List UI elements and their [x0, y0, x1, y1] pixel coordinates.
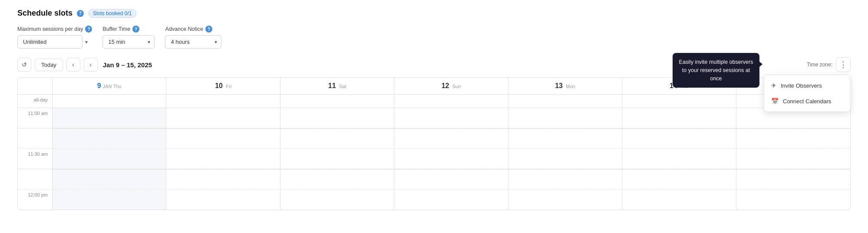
cal-cell-10-1130[interactable] [166, 149, 280, 169]
advance-notice-select[interactable]: 4 hours None 1 hour 2 hours 8 hours 24 h… [165, 35, 221, 49]
cal-header-14: 14 Tue [622, 78, 736, 94]
cal-cell-10-1200[interactable] [166, 190, 280, 210]
cal-cell-9-1100[interactable] [53, 108, 166, 128]
page-container: Schedule slots ? Slots booked 0/1 Maximu… [0, 0, 868, 233]
cal-cell-9-1130[interactable] [53, 149, 166, 169]
day-weekday-11: Sat [339, 84, 347, 89]
max-sessions-select-wrapper: Unlimited 1 2 3 [17, 35, 92, 49]
slots-badge: Slots booked 0/1 [88, 9, 136, 18]
cal-cell-12-1100[interactable] [394, 108, 508, 128]
cal-header-9jan: 9jan Thu [53, 78, 166, 94]
cal-cell-15-1145[interactable] [736, 169, 850, 189]
cal-cell-13-1145[interactable] [508, 169, 622, 189]
time-row-1130: 11:30 am [18, 149, 850, 169]
day-num-9: 9 [97, 82, 101, 90]
cal-header-12: 12 Sun [394, 78, 508, 94]
time-label-1200: 12:00 pm [18, 190, 53, 210]
invite-observers-label: Invite Observers [781, 82, 822, 89]
buffer-time-help-icon[interactable]: ? [132, 26, 139, 33]
cal-cell-14-1200[interactable] [622, 190, 736, 210]
cal-cell-9-1200[interactable] [53, 190, 166, 210]
day-weekday-10: Fri [226, 84, 231, 89]
day-month-9: jan [103, 84, 112, 89]
day-weekday-14: Tue [680, 84, 689, 89]
cal-cell-13-1100[interactable] [508, 108, 622, 128]
day-num-14: 14 [670, 82, 677, 90]
allday-cell-12[interactable] [394, 95, 508, 108]
day-weekday-13: Mon [566, 84, 575, 89]
cal-header-13: 13 Mon [508, 78, 622, 94]
cal-cell-14-1130[interactable] [622, 149, 736, 169]
allday-row: all-day [18, 95, 850, 108]
advance-notice-group: Advance Notice ? 4 hours None 1 hour 2 h… [165, 26, 221, 49]
dropdown-menu: ✈ Invite Observers 📅 Connect Calendars [764, 75, 851, 112]
cal-cell-15-1115[interactable] [736, 128, 850, 148]
day-num-13: 13 [555, 82, 563, 90]
invite-observers-item[interactable]: ✈ Invite Observers [764, 78, 850, 93]
next-button[interactable]: › [84, 58, 98, 72]
buffer-time-select[interactable]: 15 min None 5 min 10 min 30 min [102, 35, 155, 49]
date-range: Jan 9 – 15, 2025 [103, 61, 152, 69]
time-label-1145 [18, 169, 53, 189]
cal-cell-9-1145[interactable] [53, 169, 166, 189]
cal-cell-14-1100[interactable] [622, 108, 736, 128]
cal-cell-13-1115[interactable] [508, 128, 622, 148]
cal-cell-15-1200[interactable] [736, 190, 850, 210]
max-sessions-select[interactable]: Unlimited 1 2 3 [17, 35, 83, 49]
toolbar-right: Time zone: ⋮ Easily invite multiple obse… [807, 57, 851, 72]
day-num-11: 11 [328, 82, 336, 90]
schedule-help-icon[interactable]: ? [77, 10, 84, 17]
cal-cell-10-1100[interactable] [166, 108, 280, 128]
connect-calendars-icon: 📅 [771, 98, 779, 105]
allday-cell-10[interactable] [166, 95, 280, 108]
cal-cell-11-1115[interactable] [281, 128, 394, 148]
day-weekday-12: Sun [452, 84, 461, 89]
allday-label: all-day [18, 95, 53, 108]
corner-cell [18, 78, 53, 94]
allday-cell-11[interactable] [281, 95, 394, 108]
more-options-button[interactable]: ⋮ [836, 57, 851, 72]
day-num-12: 12 [442, 82, 449, 90]
time-row-1200: 12:00 pm [18, 190, 850, 210]
cal-cell-11-1200[interactable] [281, 190, 394, 210]
schedule-title: Schedule slots [17, 9, 73, 18]
cal-cell-11-1130[interactable] [281, 149, 394, 169]
cal-cell-10-1145[interactable] [166, 169, 280, 189]
cal-cell-11-1100[interactable] [281, 108, 394, 128]
time-row-1115 [18, 128, 850, 149]
cal-header-11: 11 Sat [281, 78, 394, 94]
time-row-1145 [18, 169, 850, 190]
cal-cell-12-1115[interactable] [394, 128, 508, 148]
cal-cell-12-1145[interactable] [394, 169, 508, 189]
max-sessions-group: Maximum sessions per day ? Unlimited 1 2… [17, 26, 92, 49]
cal-cell-11-1145[interactable] [281, 169, 394, 189]
controls-row: Maximum sessions per day ? Unlimited 1 2… [17, 26, 851, 49]
cal-cell-12-1200[interactable] [394, 190, 508, 210]
calendar-header-row: 9jan Thu 10 Fri 11 Sat 12 Sun 13 Mon 14 … [18, 78, 850, 95]
allday-cell-9[interactable] [53, 95, 166, 108]
advance-notice-select-wrapper: 4 hours None 1 hour 2 hours 8 hours 24 h… [165, 35, 221, 49]
cal-cell-14-1145[interactable] [622, 169, 736, 189]
cal-cell-13-1200[interactable] [508, 190, 622, 210]
connect-calendars-item[interactable]: 📅 Connect Calendars [764, 93, 850, 109]
cal-cell-9-1115[interactable] [53, 128, 166, 148]
refresh-button[interactable]: ↺ [17, 58, 31, 72]
buffer-time-select-wrapper: 15 min None 5 min 10 min 30 min [102, 35, 155, 49]
cal-cell-12-1130[interactable] [394, 149, 508, 169]
cal-cell-15-1130[interactable] [736, 149, 850, 169]
allday-cell-14[interactable] [622, 95, 736, 108]
cal-cell-14-1115[interactable] [622, 128, 736, 148]
prev-button[interactable]: ‹ [66, 58, 80, 72]
today-button[interactable]: Today [35, 59, 63, 71]
allday-cell-13[interactable] [508, 95, 622, 108]
schedule-header: Schedule slots ? Slots booked 0/1 [17, 9, 851, 18]
invite-observers-icon: ✈ [771, 82, 776, 89]
day-num-10: 10 [215, 82, 223, 90]
max-sessions-help-icon[interactable]: ? [85, 26, 92, 33]
timezone-label: Time zone: [807, 62, 832, 68]
time-row-1100: 11:00 am [18, 108, 850, 128]
cal-cell-10-1115[interactable] [166, 128, 280, 148]
buffer-time-label: Buffer Time ? [102, 26, 155, 33]
cal-cell-13-1130[interactable] [508, 149, 622, 169]
advance-notice-help-icon[interactable]: ? [205, 26, 212, 33]
